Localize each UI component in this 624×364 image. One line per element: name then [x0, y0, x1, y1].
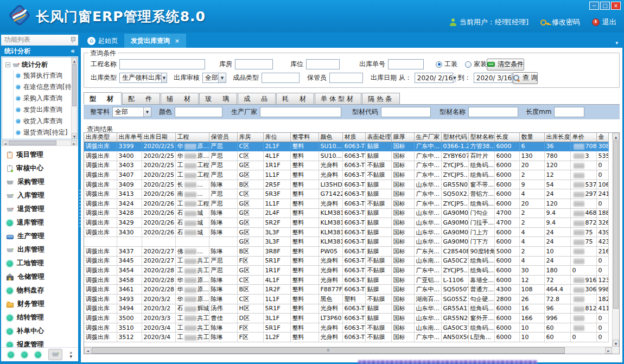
audit-select[interactable]: 全部 ▼ [202, 73, 226, 83]
scroll-right-icon[interactable]: ► [71, 141, 77, 145]
table-row[interactable]: 调拨出库35102020/3/4工共工程陈琳F区5R1F整料光身料6063-T5… [84, 323, 608, 333]
tree-horizontal-scrollbar[interactable]: ◄ ► [2, 140, 78, 146]
sidebar-item-12[interactable]: 结转管理 [7, 311, 78, 324]
column-header-qty[interactable]: 数量 [519, 133, 544, 142]
column-header-amt[interactable]: 金 [596, 133, 608, 142]
table-row[interactable]: 调拨出库34072020/2/25工工程严思G区1L1F整料光身料6063-T5… [84, 170, 608, 180]
material-tab-1[interactable]: 配 件 [122, 93, 160, 104]
collapse-icon[interactable]: « [71, 47, 75, 55]
module-dot-icon[interactable] [8, 352, 14, 358]
tree-vertical-scrollbar[interactable]: ▲ ▼ [71, 58, 77, 139]
column-header-wh[interactable]: 库房 [237, 133, 263, 142]
sidebar-item-13[interactable]: 补单中心 [7, 324, 78, 338]
sidebar-item-6[interactable]: 生产管理 [7, 229, 78, 243]
table-row[interactable]: 调拨出库34242020/2/26工工程严思G区1L1F整料光身料6063-T5… [84, 199, 608, 209]
scrollbar-thumb[interactable] [72, 64, 77, 106]
sidebar-item-5[interactable]: 退库管理 [7, 216, 78, 229]
grid-horizontal-scrollbar[interactable]: ◄ Ⅲ ► [84, 347, 612, 354]
module-dot-icon[interactable] [21, 352, 28, 358]
tab-shipment-query[interactable]: 发货出库查询 × [124, 34, 186, 48]
sidebar-item-9[interactable]: 仓储管理 [7, 270, 78, 284]
table-row[interactable]: 调拨出库34612020/2/28华原...陈琳B区1R2F整料F8877FT6… [84, 285, 608, 295]
column-header-mfr[interactable]: 生产厂家 [414, 133, 441, 142]
tab-close-icon[interactable]: × [175, 37, 180, 44]
column-header-no[interactable]: 出库单号 [117, 133, 142, 142]
sidebar-item-7[interactable]: 出库管理 [7, 243, 78, 257]
column-header-zl[interactable]: 整零料 [290, 133, 319, 142]
table-row[interactable]: 调拨出库34582020/2/28华原...陈琳C区4L1F整料光身料6063-… [84, 275, 608, 285]
material-tab-7[interactable]: 隔热条 [362, 93, 400, 104]
close-button[interactable]: × [611, 2, 621, 10]
table-row[interactable]: 调拨出库34302020/2/26石城陈琳G区3L3F整料KLM38176063… [84, 227, 608, 237]
profile-name-input[interactable] [468, 107, 518, 117]
column-header-up[interactable]: 单价 [570, 133, 596, 142]
module-dot-icon[interactable] [35, 352, 41, 358]
table-row[interactable]: 调拨出库34132020/2/26南...严思C区5R3F整料G71422606… [84, 189, 608, 199]
change-password-button[interactable]: 修改密码 [540, 17, 580, 27]
column-header-len[interactable]: 长度 [494, 133, 519, 142]
scroll-right-icon[interactable]: ► [605, 347, 612, 354]
scrollbar-thumb[interactable] [9, 141, 56, 145]
sidebar-item-0[interactable]: 项目管理 [7, 148, 78, 162]
maximize-button[interactable]: □ [600, 2, 610, 10]
out-type-select[interactable]: 生产领料出库 ▼ [119, 73, 167, 83]
tab-overflow-icon[interactable]: ▾ [615, 40, 618, 46]
material-tab-4[interactable]: 成 品 [238, 93, 276, 104]
scrollbar-thumb[interactable] [613, 141, 619, 309]
profile-code-input[interactable] [381, 107, 431, 117]
table-row[interactable]: 调拨出库33992020/2/25华原...严思C区2L1F整料SU10...6… [84, 142, 608, 151]
tree-item-6[interactable]: 退库管理[待定] [16, 138, 77, 139]
product-type-input[interactable] [262, 73, 300, 83]
column-header-proj[interactable]: 工程 [175, 133, 209, 142]
tab-home[interactable]: ⌂ 起始页 [81, 34, 124, 48]
scroll-left-icon[interactable]: ◄ [84, 347, 91, 354]
scroll-down-icon[interactable]: ▼ [613, 340, 619, 347]
grid-vertical-scrollbar[interactable]: ▲ ▼ [612, 133, 619, 347]
table-row[interactable]: 调拨出库34942020/3/2石辉城汤伟H区5R1F整料光身料6063-T5贴… [84, 304, 608, 314]
material-tab-6[interactable]: 单体型材 [315, 93, 361, 104]
table-row[interactable]: 调拨出库34932020/3/2华原...陈琳C区1L1F整料黑色塑料不贴膜国标… [84, 295, 608, 304]
sidebar-item-1[interactable]: 审核中心 [7, 162, 78, 175]
logout-button[interactable]: 退出 [592, 17, 616, 27]
scroll-up-icon[interactable]: ▲ [72, 58, 77, 63]
radio-off-icon[interactable] [465, 61, 472, 68]
expander-icon[interactable] [5, 62, 10, 67]
table-row[interactable]: 调拨出库34282020/2/26石城陈琳G区2L4F整料KLM38176063… [84, 208, 608, 218]
table-row[interactable]: 调拨出库34372020/2/27佛...陈琳B区3R8F整料PW056063-… [84, 247, 608, 257]
sidebar-item-4[interactable]: 退货管理 [7, 202, 78, 216]
clear-conditions-button[interactable]: 清空条件 [487, 59, 524, 71]
more-modules-button[interactable]: » ▾ [69, 351, 73, 359]
scrollbar-thumb[interactable]: Ⅲ [92, 347, 565, 354]
radio-industrial[interactable]: 工装 [436, 60, 457, 69]
location-input[interactable] [306, 59, 340, 69]
table-row[interactable]: 调拨出库34452020/2/27工共工程严思F区5R1F整料光身料6063-T… [84, 256, 608, 266]
whole-part-select[interactable]: 全部 ▼ [112, 107, 151, 117]
column-header-col[interactable]: 颜色 [319, 133, 342, 142]
date-from-picker[interactable]: 2020/ 2/16 ▼ [415, 73, 454, 83]
tree-item-0[interactable]: 预算执行查询 [16, 70, 77, 81]
order-no-input[interactable] [388, 59, 424, 69]
column-header-t[interactable]: 出库类型 [84, 133, 117, 142]
column-header-code[interactable]: 型材代码 [441, 133, 468, 142]
tree-item-1[interactable]: 在途信息查询[待 [16, 81, 77, 93]
scroll-down-icon[interactable]: ▼ [72, 133, 77, 139]
module-cart-button[interactable] [48, 349, 62, 360]
column-header-sur[interactable]: 表面处理 [365, 133, 391, 142]
warehouse-input[interactable] [235, 59, 273, 69]
table-row[interactable]: 调拨出库35122020/3/4工共工程陈琳F区1L2F整料光身料6063-T5… [84, 333, 608, 342]
material-tab-3[interactable]: 玻 璃 [199, 93, 237, 104]
project-name-input[interactable] [119, 59, 205, 69]
manufacturer-input[interactable] [260, 107, 341, 117]
sidebar-item-8[interactable]: 工地管理 [7, 257, 78, 270]
sidebar-item-10[interactable]: 物料盘存 [7, 284, 78, 297]
sidebar-item-2[interactable]: 采购管理 [7, 175, 78, 189]
scroll-left-icon[interactable]: ◄ [2, 141, 8, 145]
column-header-loc[interactable]: 库位 [263, 133, 290, 142]
column-header-mat[interactable]: 材质 [342, 133, 365, 142]
column-header-date[interactable]: 出库日期 [142, 133, 175, 142]
column-header-olen[interactable]: 出库长度 [544, 133, 570, 142]
material-tab-0[interactable]: 型 材 [84, 92, 122, 105]
material-tab-5[interactable]: 耗 材 [276, 93, 314, 104]
minimize-button[interactable]: − [589, 2, 599, 10]
search-button[interactable]: 查 询 [513, 72, 538, 84]
